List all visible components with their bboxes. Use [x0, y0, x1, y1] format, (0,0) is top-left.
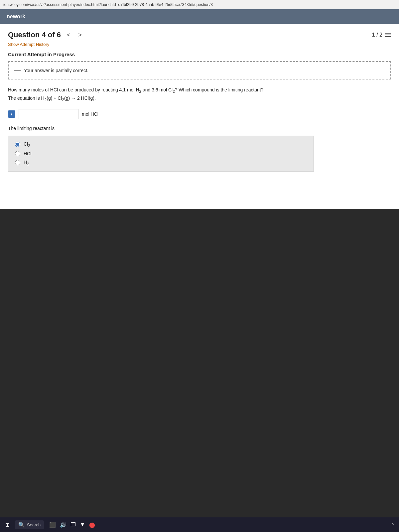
attempt-count-text: 1 / 2: [372, 32, 382, 38]
attempt-history-link[interactable]: Show Attempt History: [8, 42, 49, 47]
question-title-group: Question 4 of 6 < >: [8, 31, 84, 39]
taskbar-desktop-icon[interactable]: ⬛: [49, 522, 56, 528]
taskbar-icons: ⬛ 🔊 🗔 ▼ ⬤: [49, 522, 95, 528]
prev-question-button[interactable]: <: [65, 31, 72, 39]
question-line2: The equation is H2(g) + Cl2(g) → 2 HCl(g…: [8, 94, 391, 103]
content-area: Question 4 of 6 < > 1 / 2 Show Attempt H…: [0, 24, 399, 178]
taskbar-chrome-icon[interactable]: ⬤: [89, 522, 95, 528]
options-box: Cl2 HCl H2: [8, 136, 314, 172]
system-tray-up-arrow[interactable]: ^: [392, 522, 394, 527]
taskbar-search-label: Search: [27, 522, 41, 527]
limiting-reactant-label: The limiting reactant is: [8, 126, 391, 131]
radio-hcl[interactable]: [15, 151, 20, 156]
taskbar-speaker-icon[interactable]: 🔊: [60, 522, 66, 528]
feedback-text: Your answer is partially correct.: [24, 68, 88, 73]
question-body: How many moles of HCl can be produced by…: [8, 86, 391, 103]
url-text: ion.wiley.com/was/ui/v2/assessment-playe…: [3, 2, 213, 7]
section-label: Current Attempt in Progress: [8, 52, 391, 57]
dark-overlay: [0, 209, 399, 525]
mol-hcl-input[interactable]: [19, 109, 78, 119]
taskbar-search-box[interactable]: 🔍 Search: [15, 520, 44, 529]
taskbar: ⊞ 🔍 Search ⬛ 🔊 🗔 ▼ ⬤ ^: [0, 517, 399, 532]
option-cl2-label: Cl2: [24, 141, 30, 148]
taskbar-right: ^: [392, 522, 394, 527]
menu-icon[interactable]: [385, 33, 391, 37]
top-nav: nework: [0, 9, 399, 24]
feedback-box: — Your answer is partially correct.: [8, 61, 391, 79]
radio-h2[interactable]: [15, 160, 20, 165]
search-icon: 🔍: [18, 522, 25, 528]
next-question-button[interactable]: >: [76, 31, 84, 39]
windows-start-icon[interactable]: ⊞: [5, 522, 10, 528]
taskbar-arrow-icon[interactable]: ▼: [80, 522, 85, 528]
unit-label: mol HCl: [82, 111, 98, 117]
radio-cl2[interactable]: [15, 142, 20, 147]
question-line1: How many moles of HCl can be produced by…: [8, 86, 391, 94]
option-h2-label: H2: [24, 160, 29, 166]
app-container: nework Question 4 of 6 < > 1 / 2 Show At…: [0, 9, 399, 209]
question-title: Question 4 of 6: [8, 31, 61, 39]
input-row: i mol HCl: [8, 109, 391, 119]
option-cl2[interactable]: Cl2: [15, 141, 307, 148]
app-title: nework: [7, 14, 25, 20]
option-hcl-label: HCl: [24, 151, 31, 156]
option-hcl[interactable]: HCl: [15, 151, 307, 156]
question-header: Question 4 of 6 < > 1 / 2: [8, 31, 391, 39]
feedback-dash: —: [14, 66, 21, 74]
address-bar: ion.wiley.com/was/ui/v2/assessment-playe…: [0, 0, 399, 9]
option-h2[interactable]: H2: [15, 160, 307, 166]
info-icon: i: [8, 110, 15, 118]
attempt-counter: 1 / 2: [372, 32, 391, 38]
taskbar-window-icon[interactable]: 🗔: [70, 522, 76, 528]
